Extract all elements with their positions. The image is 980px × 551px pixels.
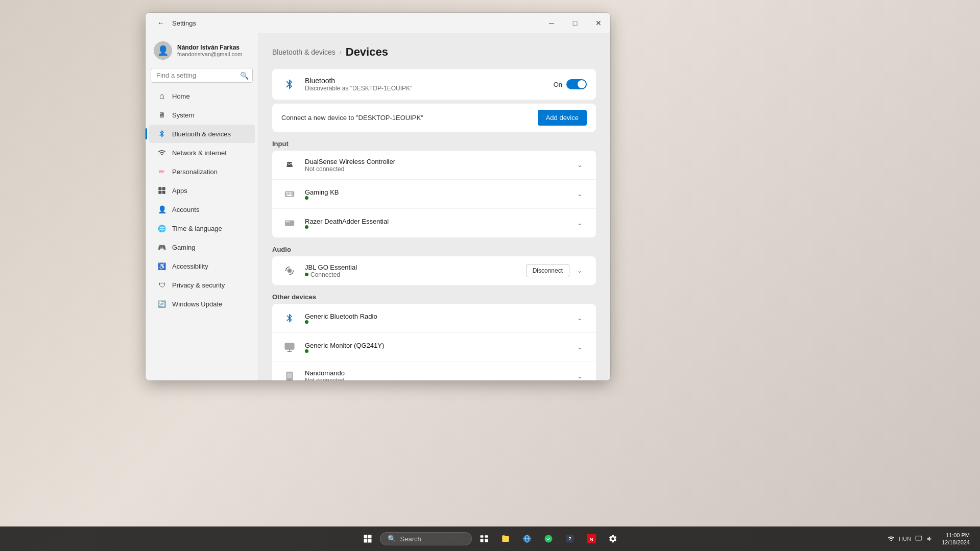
section-audio-header: Audio: [272, 246, 596, 253]
razer-status-dot: [305, 225, 308, 229]
bt-radio-name: Generic Bluetooth Radio: [305, 313, 565, 320]
system-clock[interactable]: 11:00 PM 12/18/2024: [938, 532, 974, 546]
language-indicator[interactable]: HUN: [899, 536, 911, 542]
gaming-kb-status-dot: [305, 196, 308, 200]
device-dualsense[interactable]: DualSense Wireless Controller Not connec…: [272, 151, 596, 180]
disconnect-button[interactable]: Disconnect: [526, 264, 569, 277]
dualsense-expand[interactable]: ⌄: [572, 158, 587, 172]
minimize-button[interactable]: ─: [540, 13, 563, 33]
device-nandomando[interactable]: Nandomando Not connected ⌄: [272, 362, 596, 380]
sidebar-item-system[interactable]: 🖥 System: [149, 106, 255, 124]
time-icon: 🌐: [157, 223, 167, 233]
sidebar-item-update[interactable]: 🔄 Windows Update: [149, 295, 255, 313]
input-devices-card: DualSense Wireless Controller Not connec…: [272, 151, 596, 237]
monitor-status-dot: [305, 349, 308, 353]
avatar-icon: 👤: [157, 45, 169, 56]
dualsense-icon: [281, 157, 298, 173]
svg-rect-28: [480, 535, 483, 538]
sidebar-item-bluetooth[interactable]: Bluetooth & devices: [149, 125, 255, 143]
jbl-name: JBL GO Essential: [305, 263, 519, 271]
bt-radio-expand[interactable]: ⌄: [572, 311, 587, 325]
clock-date: 12/18/2024: [942, 539, 970, 546]
bluetooth-toggle[interactable]: [566, 79, 587, 89]
device-bt-radio[interactable]: Generic Bluetooth Radio ⌄: [272, 304, 596, 333]
add-device-card: Connect a new device to "DESKTOP-1EOUIPK…: [272, 104, 596, 132]
svg-rect-9: [287, 192, 288, 193]
sidebar-label-network: Network & internet: [172, 149, 227, 157]
device-monitor[interactable]: Generic Monitor (QG241Y) ⌄: [272, 333, 596, 362]
bt-radio-status: [305, 320, 565, 324]
razer-expand[interactable]: ⌄: [572, 216, 587, 230]
sidebar-item-time[interactable]: 🌐 Time & language: [149, 219, 255, 237]
sidebar-label-privacy: Privacy & security: [172, 281, 225, 289]
task-view-button[interactable]: [475, 530, 493, 548]
jbl-status: Connected: [305, 271, 519, 278]
device-razer[interactable]: Razer DeathAdder Essential ⌄: [272, 209, 596, 237]
gaming-kb-expand[interactable]: ⌄: [572, 187, 587, 201]
file-explorer-button[interactable]: [496, 530, 515, 548]
sidebar-item-personalization[interactable]: ✏ Personalization: [149, 162, 255, 181]
user-profile[interactable]: 👤 Nándor István Farkas fnandoristvan@gma…: [146, 37, 258, 66]
sidebar-item-accessibility[interactable]: ♿ Accessibility: [149, 257, 255, 275]
svg-point-23: [288, 269, 291, 272]
title-bar: ← Settings ─ □ ✕: [146, 13, 610, 33]
svg-rect-16: [292, 194, 293, 195]
svg-rect-29: [485, 535, 488, 538]
nandomando-status: Not connected: [305, 377, 565, 381]
gaming-kb-name: Gaming KB: [305, 188, 565, 196]
add-device-button[interactable]: Add device: [538, 110, 587, 126]
sidebar-label-time: Time & language: [172, 225, 222, 232]
sidebar-item-network[interactable]: Network & internet: [149, 143, 255, 162]
update-icon: 🔄: [157, 299, 167, 309]
back-button[interactable]: ←: [154, 16, 168, 30]
sidebar-item-apps[interactable]: Apps: [149, 181, 255, 200]
sidebar-item-home[interactable]: ⌂ Home: [149, 87, 255, 105]
settings-search-container: 🔍: [151, 68, 253, 83]
svg-rect-19: [286, 221, 287, 222]
device-gaming-kb[interactable]: Gaming KB ⌄: [272, 180, 596, 209]
sidebar-label-accessibility: Accessibility: [172, 262, 208, 270]
browser-button[interactable]: [518, 530, 536, 548]
privacy-icon: 🛡: [157, 280, 167, 290]
monitor-expand[interactable]: ⌄: [572, 340, 587, 354]
app1-button[interactable]: [539, 530, 558, 548]
window-title: Settings: [172, 19, 196, 27]
settings-search-input[interactable]: [151, 68, 253, 83]
sidebar-item-privacy[interactable]: 🛡 Privacy & security: [149, 276, 255, 294]
jbl-expand[interactable]: ⌄: [572, 263, 587, 278]
bluetooth-toggle-label: On: [554, 81, 562, 88]
start-button[interactable]: [358, 530, 377, 548]
nandomando-expand[interactable]: ⌄: [572, 369, 587, 380]
jbl-icon: [281, 262, 298, 279]
section-input-header: Input: [272, 140, 596, 148]
settings-taskbar-button[interactable]: [604, 530, 622, 548]
taskbar-search[interactable]: 🔍 Search: [380, 532, 472, 545]
razer-name: Razer DeathAdder Essential: [305, 218, 565, 225]
breadcrumb-parent[interactable]: Bluetooth & devices: [272, 48, 336, 56]
svg-rect-21: [289, 221, 290, 222]
maximize-button[interactable]: □: [563, 13, 587, 33]
svg-rect-10: [289, 192, 290, 193]
sidebar-item-accounts[interactable]: 👤 Accounts: [149, 200, 255, 219]
dualsense-status: Not connected: [305, 165, 565, 173]
netflix-button[interactable]: N: [582, 530, 601, 548]
main-content: Bluetooth & devices › Devices Bluetooth …: [258, 33, 610, 380]
system-tray[interactable]: [888, 535, 895, 542]
svg-rect-11: [290, 192, 291, 193]
svg-rect-26: [287, 373, 292, 378]
svg-rect-38: [916, 536, 922, 540]
bluetooth-title: Bluetooth: [305, 77, 546, 85]
svg-rect-24: [285, 343, 294, 350]
bluetooth-card: Bluetooth Discoverable as "DESKTOP-1EOUI…: [272, 69, 596, 100]
window-controls: ─ □ ✕: [540, 13, 610, 33]
app2-button[interactable]: 7: [561, 530, 579, 548]
sidebar-label-personalization: Personalization: [172, 168, 218, 176]
svg-rect-14: [287, 194, 288, 195]
bluetooth-icon: [157, 129, 167, 139]
close-button[interactable]: ✕: [587, 13, 610, 33]
device-jbl[interactable]: JBL GO Essential Connected Disconnect ⌄: [272, 256, 596, 285]
gaming-kb-status: [305, 196, 565, 200]
sidebar-item-gaming[interactable]: 🎮 Gaming: [149, 238, 255, 256]
svg-rect-3: [162, 191, 165, 194]
svg-rect-17: [287, 195, 293, 196]
